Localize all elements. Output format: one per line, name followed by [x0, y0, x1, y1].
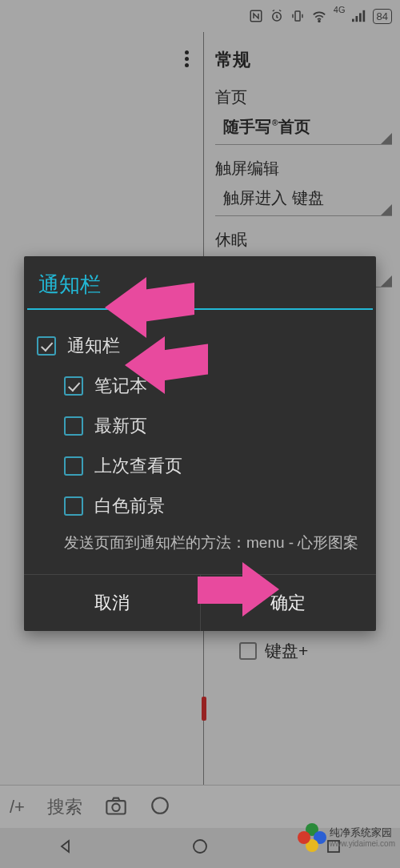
checkbox-icon — [64, 456, 83, 476]
option-label: 最新页 — [94, 414, 147, 438]
notification-bar-dialog: 通知栏 通知栏 笔记本 最新页 上次查看页 白色前景 发送页面到通知栏的方法：m… — [24, 256, 376, 631]
option-label: 上次查看页 — [94, 454, 182, 478]
option-label: 笔记本 — [94, 374, 147, 398]
dialog-hint: 发送页面到通知栏的方法：menu - 心形图案 — [37, 526, 363, 566]
watermark-url: www.yidaimei.com — [330, 839, 395, 848]
checkbox-icon — [37, 336, 56, 356]
option-label: 白色前景 — [94, 494, 165, 518]
checkbox-icon — [64, 376, 83, 396]
option-white-foreground[interactable]: 白色前景 — [37, 486, 363, 526]
dialog-body: 通知栏 笔记本 最新页 上次查看页 白色前景 发送页面到通知栏的方法：menu … — [24, 310, 376, 574]
dialog-title: 通知栏 — [24, 256, 376, 308]
cancel-button[interactable]: 取消 — [24, 575, 200, 631]
watermark-title: 纯净系统家园 — [330, 827, 395, 838]
confirm-button[interactable]: 确定 — [200, 575, 377, 631]
option-label: 通知栏 — [67, 334, 120, 358]
option-latest-page[interactable]: 最新页 — [37, 406, 363, 446]
option-notebook[interactable]: 笔记本 — [37, 366, 363, 406]
option-last-viewed[interactable]: 上次查看页 — [37, 446, 363, 486]
checkbox-icon — [64, 416, 83, 436]
checkbox-icon — [64, 496, 83, 516]
watermark: 纯净系统家园 www.yidaimei.com — [298, 823, 395, 852]
option-notification-bar[interactable]: 通知栏 — [37, 326, 363, 366]
dialog-footer: 取消 确定 — [24, 574, 376, 631]
watermark-logo-icon — [298, 823, 326, 852]
